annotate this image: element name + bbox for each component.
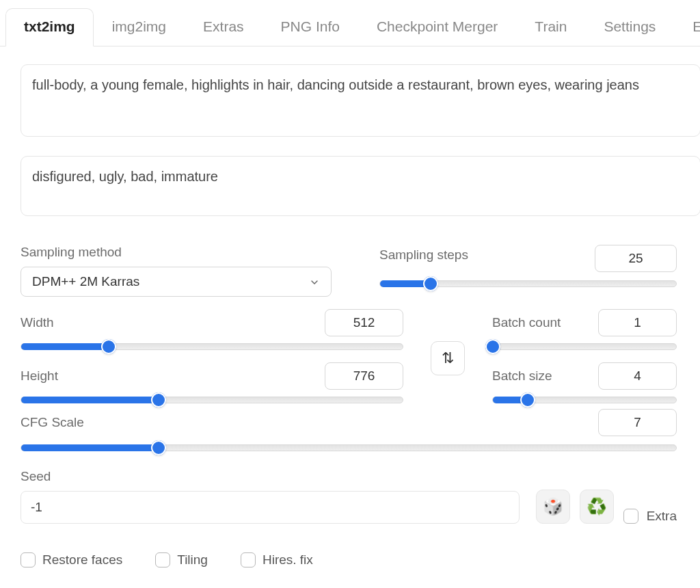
neg-prompt-text: disfigured, ugly, bad, immature [32,169,218,184]
tab-extensions[interactable]: Ex [674,8,700,46]
tab-checkpoint-merger[interactable]: Checkpoint Merger [358,8,516,46]
negative-prompt-input[interactable]: disfigured, ugly, bad, immature [21,156,700,216]
random-seed-button[interactable]: 🎲 [536,490,570,524]
cfg-value[interactable]: 7 [598,409,677,436]
restore-faces-label: Restore faces [42,552,122,567]
reuse-seed-button[interactable]: ♻️ [580,490,614,524]
tab-label: img2img [112,18,166,34]
sampling-steps-slider[interactable] [379,280,677,287]
seed-input[interactable]: -1 [21,491,520,524]
batch-size-label: Batch size [492,369,552,384]
dice-icon: 🎲 [543,497,563,516]
tab-txt2img[interactable]: txt2img [5,8,94,46]
prompt-text: full-body, a young female, highlights in… [32,77,639,92]
tab-pnginfo[interactable]: PNG Info [262,8,358,46]
prompt-input[interactable]: full-body, a young female, highlights in… [21,64,700,137]
tab-extras[interactable]: Extras [185,8,262,46]
width-value[interactable]: 512 [325,309,403,336]
hires-fix-label: Hires. fix [262,552,313,567]
sampling-steps-label: Sampling steps [379,248,468,263]
batch-size-slider[interactable] [492,397,677,403]
tab-label: Checkpoint Merger [377,18,498,34]
tab-img2img[interactable]: img2img [94,8,185,46]
height-slider[interactable] [21,397,403,403]
tab-label: Ex [692,18,700,34]
extra-checkbox[interactable] [623,509,638,524]
cfg-slider[interactable] [21,444,677,451]
batch-size-value[interactable]: 4 [598,362,677,390]
tiling-checkbox[interactable] [155,552,170,567]
tab-label: PNG Info [281,18,340,34]
extra-label: Extra [647,509,677,524]
tab-train[interactable]: Train [516,8,585,46]
seed-label: Seed [21,469,526,484]
tab-label: Settings [604,18,656,34]
height-value[interactable]: 776 [325,362,403,390]
chevron-down-icon [309,276,320,287]
batch-count-label: Batch count [492,315,561,330]
hires-fix-checkbox[interactable] [241,552,256,567]
batch-count-value[interactable]: 1 [598,309,677,336]
sampling-steps-value[interactable]: 25 [595,245,677,272]
sampling-method-select[interactable]: DPM++ 2M Karras [21,267,332,297]
height-label: Height [21,369,58,384]
tab-label: Extras [203,18,244,34]
sampling-method-label: Sampling method [21,245,379,260]
width-label: Width [21,315,54,330]
restore-faces-checkbox[interactable] [21,552,36,567]
tab-label: txt2img [24,18,75,34]
tab-settings[interactable]: Settings [585,8,674,46]
txt2img-pane: full-body, a young female, highlights in… [0,46,700,567]
cfg-label: CFG Scale [21,415,84,430]
settings-panel: Sampling method DPM++ 2M Karras Sampling… [21,245,677,567]
seed-value: -1 [31,500,42,515]
tab-label: Train [535,18,567,34]
width-slider[interactable] [21,343,403,350]
swap-icon: ⇅ [442,349,454,367]
sampling-method-value: DPM++ 2M Karras [32,274,139,289]
tiling-label: Tiling [177,552,208,567]
recycle-icon: ♻️ [587,497,607,516]
batch-count-slider[interactable] [492,343,677,350]
tab-bar: txt2img img2img Extras PNG Info Checkpoi… [0,0,700,46]
swap-dimensions-button[interactable]: ⇅ [431,341,465,375]
